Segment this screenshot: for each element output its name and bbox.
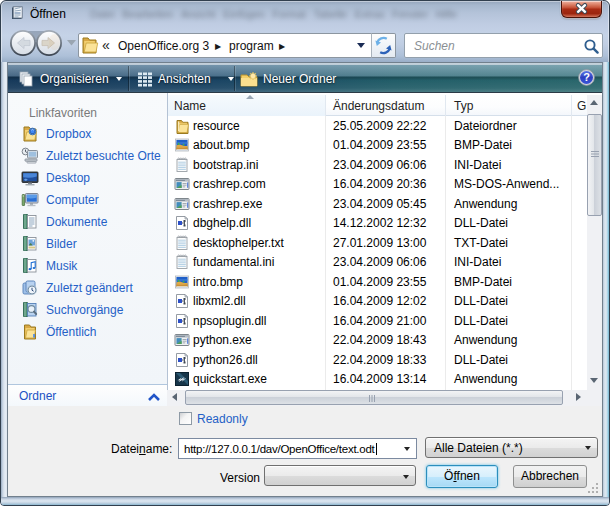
svg-text:?: ?: [583, 71, 590, 83]
